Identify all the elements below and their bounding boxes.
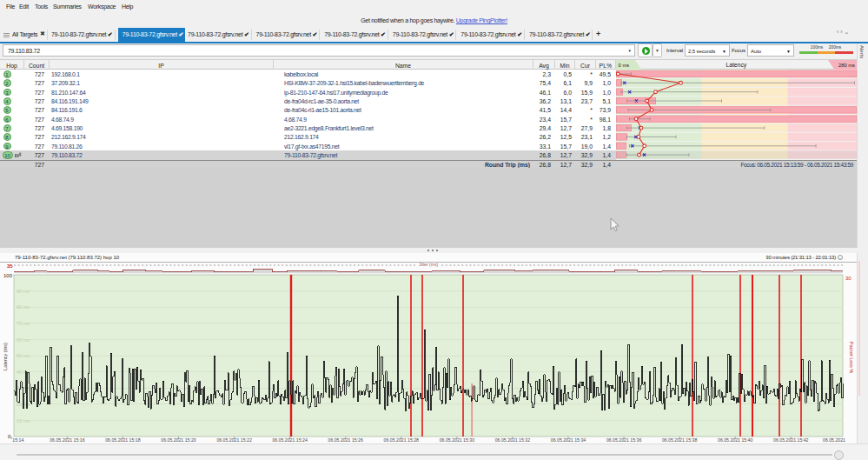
svg-text:10 ms: 10 ms: [17, 418, 30, 423]
svg-text:70 ms: 70 ms: [17, 321, 30, 326]
svg-text:06.05.2021 15:18: 06.05.2021 15:18: [105, 437, 141, 443]
svg-text:06.05.2021 15:30: 06.05.2021 15:30: [440, 437, 475, 443]
svg-text:06.05.2021 15:24: 06.05.2021 15:24: [272, 437, 308, 443]
svg-text:Jitter (ms): Jitter (ms): [419, 262, 439, 267]
svg-text:06.05.2021 15:40: 06.05.2021 15:40: [718, 437, 753, 443]
svg-text:50 ms: 50 ms: [17, 353, 30, 358]
svg-text:80 ms: 80 ms: [17, 304, 30, 310]
svg-text:Latency (ms): Latency (ms): [3, 343, 8, 370]
svg-text:60 ms: 60 ms: [17, 337, 30, 343]
svg-text:15:14: 15:14: [12, 437, 23, 443]
svg-text:100: 100: [3, 273, 13, 278]
svg-text:06.05.2021 15:38: 06.05.2021 15:38: [662, 437, 698, 443]
svg-text:0: 0: [8, 434, 11, 439]
svg-text:06.05.2021 15:20: 06.05.2021 15:20: [161, 437, 196, 443]
svg-text:06.05.2021 15:34: 06.05.2021 15:34: [551, 437, 586, 443]
svg-text:Packet Loss %: Packet Loss %: [849, 342, 854, 373]
svg-text:06.05.2021 15:16: 06.05.2021 15:16: [50, 437, 85, 443]
svg-text:30: 30: [845, 276, 851, 281]
svg-text:06.05.2021 15:28: 06.05.2021 15:28: [384, 437, 420, 443]
svg-text:06.05.2021 15:42: 06.05.2021 15:42: [773, 437, 809, 443]
svg-text:35: 35: [7, 263, 13, 269]
svg-text:06.05.2021 15:32: 06.05.2021 15:32: [495, 437, 531, 443]
svg-text:90 ms: 90 ms: [17, 289, 30, 294]
svg-text:06.05.2021 15:36: 06.05.2021 15:36: [606, 437, 642, 443]
svg-text:06.05.2021: 06.05.2021: [823, 437, 845, 443]
svg-text:06.05.2021 15:26: 06.05.2021 15:26: [328, 437, 364, 443]
svg-text:06.05.2021 15:22: 06.05.2021 15:22: [216, 437, 252, 443]
